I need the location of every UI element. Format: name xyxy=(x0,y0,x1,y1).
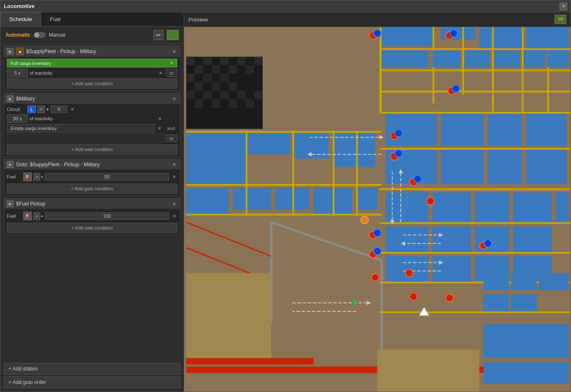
station-header-1[interactable]: ▶ ■ $SupplyFleet - Pickup - Military ✕ xyxy=(4,46,180,57)
tab-schedule[interactable]: Schedule xyxy=(0,12,41,26)
svg-rect-58 xyxy=(292,131,294,216)
titlebar: Locomotive ✕ xyxy=(0,0,571,12)
full-cargo-remove[interactable]: ✕ xyxy=(170,60,174,66)
station-header-3[interactable]: ▶ Goto: $SupplyFleet - Pickup - Military… xyxy=(4,160,180,170)
station-close-4[interactable]: ✕ xyxy=(171,200,177,207)
svg-rect-91 xyxy=(380,311,571,313)
svg-point-135 xyxy=(395,150,402,157)
fuel-remove-4[interactable]: ✕ xyxy=(171,213,177,219)
svg-rect-70 xyxy=(380,148,571,150)
fuel-op-3[interactable]: > xyxy=(33,173,40,181)
svg-point-133 xyxy=(452,85,460,92)
fuel-remove-3[interactable]: ✕ xyxy=(171,173,177,180)
svg-rect-51 xyxy=(275,188,309,209)
svg-rect-56 xyxy=(186,214,382,216)
empty-cargo-remove[interactable]: ✕ xyxy=(156,125,163,132)
station-name-3: Goto: $SupplyFleet - Pickup - Military xyxy=(16,162,168,168)
or-btn-2[interactable]: or xyxy=(166,135,177,142)
or-btn-1[interactable]: or xyxy=(166,69,177,77)
inactivity-label-2: of inactivity xyxy=(30,116,155,121)
svg-rect-33 xyxy=(212,82,220,91)
svg-rect-30 xyxy=(186,74,195,82)
fuel-val-4[interactable]: 150 xyxy=(45,212,169,220)
fuel-icon-4: ⛽ xyxy=(23,212,32,220)
svg-rect-34 xyxy=(220,74,228,82)
svg-point-126 xyxy=(371,273,379,281)
station-header-4[interactable]: ▶ $Fuel Pickup ✕ xyxy=(4,199,180,209)
inactivity-time-2[interactable]: 30 s xyxy=(7,114,28,123)
inactivity-remove-2[interactable]: ✕ xyxy=(156,115,163,122)
add-wait-btn-4[interactable]: + Add wait condition xyxy=(7,223,177,233)
add-station-button[interactable]: + Add station xyxy=(4,363,180,375)
svg-rect-26 xyxy=(228,65,237,74)
svg-point-137 xyxy=(373,229,381,237)
fuel-icon-3: ⛽ xyxy=(23,173,32,181)
edit-icon-btn[interactable]: ✏ xyxy=(153,30,163,40)
mode-toggle[interactable] xyxy=(34,32,46,38)
preview-map-button[interactable]: 🗺 xyxy=(555,15,566,24)
circuit-val[interactable]: 0 xyxy=(51,105,68,113)
left-panel: Schedule Fuel Automatic Manual ✏ ▶ xyxy=(0,12,184,392)
inactivity-time-1[interactable]: 5 s xyxy=(7,69,28,77)
station-play-3[interactable]: ▶ xyxy=(7,161,14,168)
add-wait-btn-2[interactable]: + Add wait condition xyxy=(7,144,177,154)
svg-rect-22 xyxy=(195,65,203,74)
mode-row: Automatic Manual ✏ xyxy=(0,27,184,44)
svg-rect-43 xyxy=(246,99,254,108)
svg-rect-48 xyxy=(333,133,375,167)
svg-rect-38 xyxy=(203,91,212,99)
map-container[interactable] xyxy=(184,27,571,392)
station-play-2[interactable]: ▶ xyxy=(7,95,14,102)
add-goto-btn-3[interactable]: + Add goto condition xyxy=(7,184,177,194)
station-play-4[interactable]: ▶ xyxy=(7,200,14,207)
add-goto-order-button[interactable]: + Add goto order xyxy=(4,376,180,388)
svg-rect-54 xyxy=(186,131,382,132)
station-body-1: Full cargo inventory ✕ 5 s of inactivity… xyxy=(4,57,180,90)
svg-rect-64 xyxy=(526,112,567,146)
color-btn[interactable] xyxy=(167,30,179,40)
circuit-remove[interactable]: ✕ xyxy=(69,106,76,113)
svg-rect-62 xyxy=(441,112,484,146)
station-close-3[interactable]: ✕ xyxy=(171,161,177,168)
svg-rect-69 xyxy=(380,112,571,114)
fuel-row-3: Fuel ⛽ > ▾ 50 ✕ xyxy=(7,171,177,182)
window-title: Locomotive xyxy=(4,3,35,9)
station-close-1[interactable]: ✕ xyxy=(171,48,177,55)
svg-rect-81 xyxy=(432,227,471,252)
fuel-op-4[interactable]: < xyxy=(33,212,40,220)
locomotive-window: Locomotive ✕ Schedule Fuel Automatic Man… xyxy=(0,0,571,392)
svg-rect-143 xyxy=(378,349,479,392)
svg-rect-146 xyxy=(511,273,536,290)
svg-point-127 xyxy=(410,293,417,300)
svg-rect-152 xyxy=(554,27,568,48)
circuit-signal-btn[interactable]: L xyxy=(27,105,36,113)
full-cargo-label: Full cargo inventory ✕ xyxy=(7,59,177,68)
close-button[interactable]: ✕ xyxy=(560,3,567,10)
svg-rect-147 xyxy=(539,273,568,290)
svg-rect-67 xyxy=(488,150,522,184)
circuit-op-eq[interactable]: = xyxy=(38,105,44,113)
svg-rect-31 xyxy=(195,82,203,91)
map-icon: 🗺 xyxy=(558,17,563,22)
fuel-val-3[interactable]: 50 xyxy=(45,173,169,181)
svg-rect-42 xyxy=(237,91,246,99)
main-content: Schedule Fuel Automatic Manual ✏ ▶ xyxy=(0,12,571,392)
svg-rect-53 xyxy=(356,188,377,209)
add-wait-btn-1[interactable]: + Add wait condition xyxy=(7,78,177,89)
svg-rect-71 xyxy=(380,188,571,190)
svg-rect-76 xyxy=(432,192,471,222)
station-block-3: ▶ Goto: $SupplyFleet - Pickup - Military… xyxy=(4,159,180,196)
svg-rect-1 xyxy=(382,27,433,46)
svg-rect-63 xyxy=(488,112,522,146)
station-close-2[interactable]: ✕ xyxy=(171,95,177,102)
preview-title: Preview xyxy=(188,16,208,23)
station-header-2[interactable]: ▶ $Military ✕ xyxy=(4,94,180,104)
station-play-1[interactable]: ▶ xyxy=(7,48,14,55)
inactivity-remove-1[interactable]: ✕ xyxy=(157,70,164,76)
tab-fuel[interactable]: Fuel xyxy=(41,12,69,26)
station-name-1: $SupplyFleet - Pickup - Military xyxy=(26,49,168,54)
svg-point-131 xyxy=(373,30,381,37)
station-body-2: Circuit L = ▾ 0 ✕ 30 s of inact xyxy=(4,104,180,156)
svg-rect-29 xyxy=(254,57,263,65)
svg-rect-39 xyxy=(212,99,220,108)
